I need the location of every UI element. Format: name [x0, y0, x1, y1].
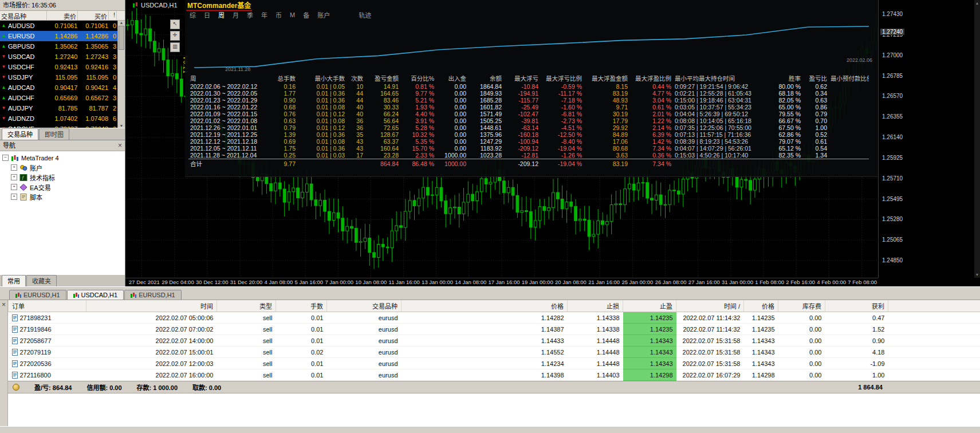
magnet-button[interactable]: ▥ — [170, 42, 180, 52]
nav-root[interactable]: −MetaTrader 4 — [2, 153, 125, 163]
overlay-menu-item[interactable]: 季 — [247, 10, 253, 19]
overlay-menu-track[interactable]: 轨迹 — [359, 10, 371, 19]
market-watch-row-audnzd[interactable]: ▼AUDNZD1.074021.074086 — [0, 113, 117, 124]
stats-row: 2021.12.05 ~ 2021.12.111.750.01 | 0.3643… — [188, 145, 873, 152]
market-watch-row-usdchf[interactable]: ▼USDCHF0.924130.924163 — [0, 62, 117, 72]
nav-item-indicators[interactable]: +f技术指标 — [2, 172, 125, 182]
arrow-up-icon: ▲ — [1, 21, 6, 31]
orders-col-7[interactable]: 止盈 — [623, 300, 676, 312]
market-watch-row-usdcad[interactable]: ▼USDCAD1.272401.272433 — [0, 52, 117, 62]
scroll-up-icon[interactable]: ▲ — [120, 21, 124, 25]
expert-advisor-icon — [19, 184, 27, 191]
market-watch-row-audusd[interactable]: ▲AUDUSD0.710610.710610 — [0, 21, 117, 31]
overlay-menu-item[interactable]: 周 — [218, 10, 225, 19]
stats-col-10: 最大浮盈金额 — [584, 73, 629, 83]
stats-col-0: 周 — [188, 73, 269, 83]
market-watch-list: ▲AUDUSD0.710610.710610▲EURUSD1.142861.14… — [0, 21, 117, 128]
orders-table: 订单时间类型手数交易品种价格止损止盈时间 /价格库存费获利27189823120… — [8, 300, 980, 381]
orders-col-5[interactable]: 价格 — [402, 300, 568, 312]
expand-icon[interactable]: + — [11, 164, 17, 171]
orders-col-10[interactable]: 库存费 — [778, 300, 825, 312]
navigator-tab-common[interactable]: 常用 — [2, 275, 26, 286]
crosshair-button[interactable]: ✛ — [170, 31, 180, 41]
time-axis-label: 17 Jan 16:00 — [489, 279, 520, 286]
chart-area[interactable]: USDCAD,H1 ↖ ✛ ▥ V6.21 MTCommander基金 综日周月… — [125, 0, 980, 286]
order-row[interactable]: 2720205362022.02.07 12:00:03sell0.01euru… — [9, 358, 980, 369]
market-watch-scrollbar[interactable]: ▲ ▼ — [117, 21, 125, 128]
navigator-close-icon[interactable]: × — [118, 143, 122, 148]
scroll-down-icon[interactable]: ▼ — [120, 124, 124, 128]
equity-curve — [190, 21, 873, 72]
orders-col-2[interactable]: 类型 — [217, 300, 276, 312]
orders-col-4[interactable]: 交易品种 — [327, 300, 402, 312]
order-row[interactable]: 2719198462022.02.07 07:00:02sell0.01euru… — [9, 324, 980, 335]
market-watch-row-usdjpy[interactable]: ▼USDJPY115.095115.0950 — [0, 72, 117, 82]
time-axis[interactable]: 27 Dec 202129 Dec 04:0030 Dec 12:0031 De… — [125, 278, 878, 286]
overlay-menu-item[interactable]: 备 — [303, 10, 309, 19]
arrow-down-icon: ▼ — [1, 52, 6, 62]
mw-col-0[interactable]: 交易品种 — [0, 11, 47, 20]
order-row[interactable]: 2720791192022.02.07 15:00:01sell0.02euru… — [9, 347, 980, 358]
time-axis-label: 31 Jan 00:00 — [722, 279, 753, 286]
order-row[interactable]: 2721168002022.02.07 16:00:00sell0.01euru… — [9, 369, 980, 381]
mw-col-3[interactable]: ! — [109, 11, 117, 20]
overlay-menu-item[interactable]: 月 — [233, 10, 239, 19]
orders-col-0[interactable]: 订单 — [9, 300, 86, 312]
arrow-down-icon: ▼ — [1, 72, 6, 82]
scroll-up-icon[interactable]: ▲ — [975, 1, 979, 5]
mw-col-1[interactable]: 卖价 — [47, 11, 78, 20]
mw-col-2[interactable]: 买价 — [78, 11, 109, 20]
chart-tab-1[interactable]: USDCAD,H1 — [67, 290, 124, 300]
overlay-title: MTCommander基金 — [186, 2, 252, 11]
orders-col-8[interactable]: 时间 / — [676, 300, 744, 312]
overlay-menu-item[interactable]: 日 — [204, 10, 210, 19]
overlay-menu-item[interactable]: 综 — [190, 10, 196, 19]
time-axis-label: 10 Jan 08:00 — [355, 279, 387, 286]
scroll-thumb[interactable] — [119, 26, 124, 50]
nav-item-scripts[interactable]: +脚本 — [2, 192, 125, 202]
overlay-menu-item[interactable]: M — [290, 11, 295, 18]
orders-col-11[interactable]: 获利 — [825, 300, 888, 312]
expand-icon[interactable]: + — [11, 184, 17, 190]
price-scale[interactable]: 1.274301.272151.270001.267851.265701.263… — [878, 0, 974, 278]
expand-icon[interactable]: + — [11, 194, 17, 200]
curve-end-label: 2022.02.06 — [847, 57, 872, 63]
market-watch-row-eurusd[interactable]: ▲EURUSD1.142861.142860 — [0, 31, 117, 41]
chart-scrollbar[interactable]: ▲ ▼ — [974, 0, 980, 278]
navigator-titlebar: 导航 × — [0, 140, 125, 151]
market-watch-row-audcad[interactable]: ▲AUDCAD0.904170.904214 — [0, 82, 117, 93]
price-tick: 1.25495 — [882, 196, 903, 202]
order-row[interactable]: 2720586772022.02.07 14:00:00sell0.01euru… — [9, 335, 980, 347]
terminal-panel: × 订单时间类型手数交易品种价格止损止盈时间 /价格库存费获利271898231… — [0, 300, 980, 426]
market-watch-row-audjpy[interactable]: ▼AUDJPY81.78581.7872 — [0, 103, 117, 113]
chart-tab-2[interactable]: EURUSD,H1 — [124, 290, 182, 300]
nav-item-accounts[interactable]: +账户 — [2, 163, 125, 172]
navigator-tab-favorites[interactable]: 收藏夹 — [26, 275, 57, 286]
market-watch-tab-tick-chart[interactable]: 即时图 — [39, 128, 69, 140]
overlay-menu-item[interactable]: 币 — [275, 10, 282, 19]
order-doc-icon — [12, 372, 18, 379]
orders-col-6[interactable]: 止损 — [568, 300, 623, 312]
nav-item-expert-advisors[interactable]: +EA交易 — [2, 182, 125, 192]
orders-col-1[interactable]: 时间 — [86, 300, 217, 312]
stats-row: 2022.01.23 ~ 2022.01.290.900.01 | 0.3644… — [188, 97, 873, 104]
chart-tab-0[interactable]: EURUSD,H1 — [9, 290, 66, 300]
overlay-menu-item[interactable]: 年 — [261, 10, 267, 19]
market-watch-row-gbpusd[interactable]: ▲GBPUSD1.350621.350653 — [0, 41, 117, 52]
mt4-icon — [11, 155, 19, 162]
terminal-close-icon[interactable]: × — [2, 301, 6, 309]
overlay-menu-item[interactable]: 账户 — [317, 10, 330, 19]
market-watch-row-cadchf[interactable]: ▼CADCHF0.726370.726436 — [0, 124, 117, 128]
market-watch-row-audchf[interactable]: ▲AUDCHF0.656690.656723 — [0, 93, 117, 103]
collapse-icon[interactable]: − — [2, 155, 9, 161]
market-watch-tab-symbols[interactable]: 交易品种 — [2, 128, 38, 140]
orders-col-3[interactable]: 手数 — [276, 300, 327, 312]
cursor-button[interactable]: ↖ — [170, 19, 180, 29]
expand-icon[interactable]: + — [11, 174, 17, 180]
orders-col-9[interactable]: 价格 — [744, 300, 778, 312]
time-axis-label: 7 Jan 00:00 — [325, 279, 353, 286]
time-axis-label: 5 Jan 16:00 — [294, 279, 323, 286]
credit-label: 信用额: 0.00 — [86, 383, 121, 392]
scroll-down-icon[interactable]: ▼ — [975, 273, 979, 277]
order-row[interactable]: 2718982312022.02.07 05:00:06sell0.01euru… — [9, 312, 980, 324]
